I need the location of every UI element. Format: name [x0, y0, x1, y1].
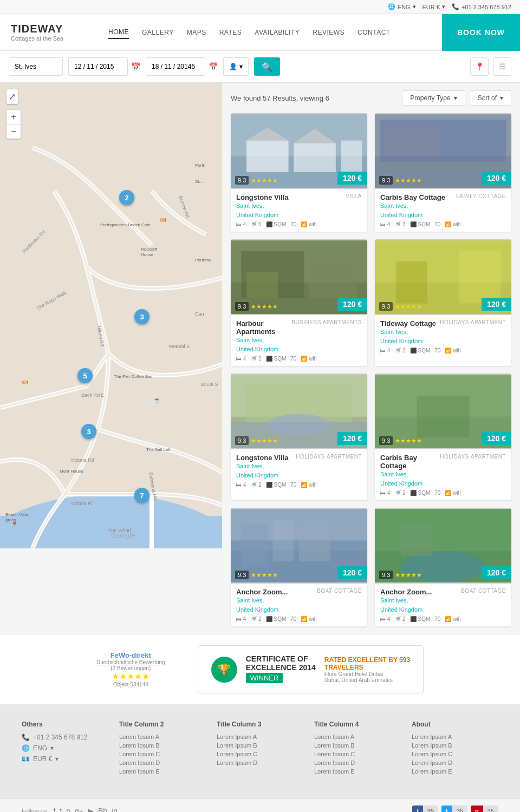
property-card[interactable]: 9.3 ★★★★★ 120 € BOAT COTTAGE Anchor Zoom… — [375, 508, 511, 626]
property-card[interactable]: 9.3 ★★★★★ 120 € HOLIDAYS APARTMENT Carbi… — [375, 374, 511, 500]
nav-contact[interactable]: CONTACT — [358, 27, 391, 38]
checkout-input[interactable] — [146, 57, 205, 76]
property-card[interactable]: 9.3 ★★★★★ 120 € VILLA Longstone Villa Sa… — [231, 113, 367, 232]
footer-link[interactable]: Lorem Ipsum B — [314, 742, 401, 749]
person-icon: 👤 — [229, 63, 237, 70]
map-marker-5[interactable]: 5 — [77, 368, 93, 383]
footer-link[interactable]: Lorem Ipsum C — [217, 751, 303, 757]
card-location[interactable]: Saint Ives,United Kingdom — [380, 201, 506, 219]
facebook-icon[interactable]: f — [53, 807, 55, 812]
nav-reviews[interactable]: REVIEWS — [313, 27, 344, 38]
sort-filter[interactable]: Sort of ▾ — [470, 90, 511, 106]
footer-link[interactable]: Lorem Ipsum A — [314, 734, 401, 740]
wifi-amenity: 📶 wifi — [301, 221, 316, 227]
card-location[interactable]: Saint Ives,United Kingdom — [236, 596, 362, 614]
footer-link[interactable]: Lorem Ipsum C — [412, 751, 498, 757]
currency-selector[interactable]: EUR € ▾ — [422, 3, 445, 10]
main-content: Porthmeor Rd Burrow Rd The Rope Walk Isl… — [0, 83, 520, 634]
property-type-filter[interactable]: Property Type ▾ — [402, 90, 465, 106]
footer-link[interactable]: Lorem Ipsum B — [412, 742, 498, 749]
map-marker-7[interactable]: 7 — [134, 488, 150, 503]
footer-columns: Others 📞 +01 2 345 678 912 🌐 ENG ▾ 💶 EUR… — [22, 721, 498, 777]
footer-phone: 📞 +01 2 345 678 912 — [22, 734, 108, 741]
nav-home[interactable]: HOME — [108, 26, 129, 39]
search-button[interactable]: 🔍 — [254, 57, 280, 76]
card-location[interactable]: Saint Ives,United Kingdom — [380, 470, 506, 488]
linkedin-icon[interactable]: in — [112, 807, 118, 812]
checkout-calendar-icon[interactable]: 📅 — [209, 62, 218, 71]
card-header-row: BUSINESS APARTMENTS Harbour Apartments — [236, 319, 362, 336]
cert-sub2: Dubai, United Arab Emirates — [324, 677, 410, 683]
map-svg: Porthmeor Rd Burrow Rd The Rope Walk Isl… — [0, 83, 222, 548]
facebook-count[interactable]: f 35 — [412, 806, 438, 812]
checkin-calendar-icon[interactable]: 📅 — [131, 62, 140, 71]
card-image: 9.3 ★★★★★ 120 € — [375, 239, 511, 315]
footer-link[interactable]: Lorem Ipsum D — [314, 759, 401, 766]
zoom-in-button[interactable]: + — [6, 110, 21, 124]
checkin-input[interactable] — [68, 57, 128, 76]
googleplus-icon[interactable]: g+ — [75, 807, 83, 812]
phone-icon: 📞 — [452, 3, 459, 10]
nav-rates[interactable]: RATES — [219, 27, 242, 38]
book-now-button[interactable]: BOOK NOW — [442, 14, 520, 51]
wifi-amenity: 📶 wifi — [445, 490, 460, 496]
footer-currency[interactable]: 💶 EUR € ▾ — [22, 755, 108, 763]
footer-lang[interactable]: 🌐 ENG ▾ — [22, 744, 108, 752]
cert-rated-block: RATED EXCELLENT BY 593 TRAVELERS Flora G… — [324, 656, 410, 683]
map-marker-3b[interactable]: 3 — [81, 424, 96, 439]
property-card[interactable]: 9.3 ★★★★★ 120 € BOAT COTTAGE Anchor Zoom… — [231, 508, 367, 626]
card-price: 120 € — [482, 432, 511, 445]
certificate-bar: FeWo-direkt Durchschnittliche Bewertung … — [0, 634, 520, 704]
footer-link[interactable]: Lorem Ipsum C — [314, 751, 401, 757]
card-location[interactable]: Saint Ives,United Kingdom — [380, 596, 506, 614]
card-header-row: BOAT COTTAGE Anchor Zoom... — [236, 588, 362, 596]
twitter-count[interactable]: t 35 — [441, 806, 467, 812]
youtube-icon[interactable]: ▶ — [88, 807, 94, 812]
card-location[interactable]: Saint Ives,United Kingdom — [236, 201, 362, 219]
card-header-row: HOLIDAYS APARTMENT Longstone Villa — [236, 454, 362, 462]
nav-gallery[interactable]: GALLERY — [142, 27, 174, 38]
pinterest-count[interactable]: p 35 — [471, 806, 498, 812]
card-rating: 9.3 ★★★★★ — [235, 571, 278, 579]
footer-link[interactable]: Lorem Ipsum C — [119, 751, 206, 757]
card-location[interactable]: Saint Ives,United Kingdom — [236, 462, 362, 480]
footer-link[interactable]: Lorem Ipsum E — [119, 768, 206, 775]
svg-text:📍: 📍 — [11, 521, 18, 528]
map-expand-button[interactable]: ⤢ — [6, 89, 18, 104]
pinterest-icon[interactable]: p — [66, 807, 70, 812]
svg-text:Back Rd E: Back Rd E — [81, 392, 105, 398]
footer-link[interactable]: Lorem Ipsum E — [412, 768, 498, 775]
footer-link[interactable]: Lorem Ipsum A — [412, 734, 498, 740]
card-price: 120 € — [482, 298, 511, 311]
card-location[interactable]: Saint Ives,United Kingdom — [380, 328, 506, 345]
map-view-button[interactable]: 📍 — [470, 57, 489, 76]
guests-selector[interactable]: 👤 ▾ — [223, 57, 249, 76]
footer-link[interactable]: Lorem Ipsum B — [217, 742, 303, 749]
wifi-amenity: 📶 wifi — [445, 221, 460, 227]
behance-icon[interactable]: Bb — [98, 807, 107, 812]
card-type: HOLIDAYS APARTMENT — [296, 454, 362, 460]
card-location[interactable]: Saint Ives,United Kingdom — [236, 336, 362, 353]
language-selector[interactable]: 🌐 ENG ▾ — [388, 3, 416, 10]
property-card[interactable]: 9.3 ★★★★★ 120 € FAMILY COTTAGE Carbis Ba… — [375, 113, 511, 232]
list-view-button[interactable]: ☰ — [493, 57, 511, 76]
footer-link[interactable]: Lorem Ipsum A — [217, 734, 303, 740]
property-card[interactable]: 9.3 ★★★★★ 120 € BUSINESS APARTMENTS Harb… — [231, 239, 367, 366]
location-input[interactable] — [9, 57, 63, 76]
footer-link[interactable]: Lorem Ipsum B — [119, 742, 206, 749]
footer-link[interactable]: Lorem Ipsum A — [119, 734, 206, 740]
nav-maps[interactable]: MAPS — [187, 27, 206, 38]
twitter-icon[interactable]: t — [60, 807, 62, 812]
map-marker-3a[interactable]: 3 — [134, 309, 150, 324]
footer-link[interactable]: Lorem Ipsum E — [314, 768, 401, 775]
property-card[interactable]: 9.3 ★★★★★ 120 € HOLIDAYS APARTMENT Longs… — [231, 374, 367, 500]
nav-availability[interactable]: AVAILABILITY — [255, 27, 300, 38]
property-card[interactable]: 9.3 ★★★★★ 120 € HOLIDAYS APARTMENT Tidew… — [375, 239, 511, 366]
zoom-out-button[interactable]: − — [6, 125, 21, 139]
footer-link[interactable]: Lorem Ipsum D — [119, 759, 206, 766]
card-price: 120 € — [337, 172, 367, 185]
footer-link[interactable]: Lorem Ipsum D — [217, 759, 303, 766]
map-marker-2[interactable]: 2 — [119, 190, 134, 205]
footer-link[interactable]: Lorem Ipsum D — [412, 759, 498, 766]
svg-text:🍽: 🍽 — [22, 379, 28, 385]
